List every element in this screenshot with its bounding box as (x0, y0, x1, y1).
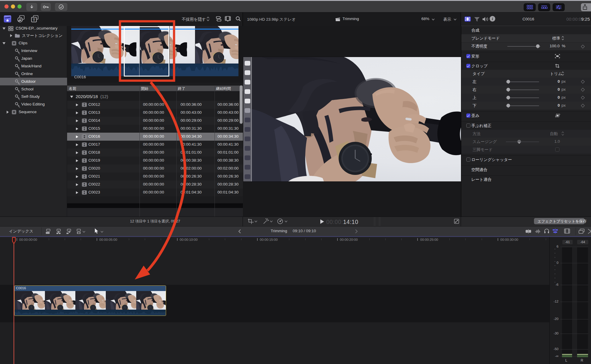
svg-text:i: i (492, 17, 493, 21)
svg-text:T: T (33, 18, 35, 22)
